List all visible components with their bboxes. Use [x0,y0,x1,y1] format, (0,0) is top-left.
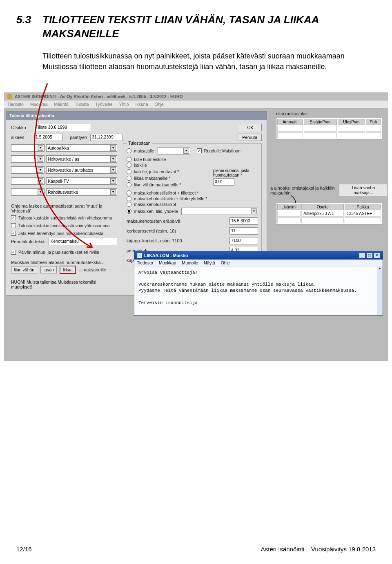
check-hei[interactable]: Jätä Hei!-tervehdys pois maksukehotukses… [11,231,117,236]
combo-value: Hoitovastike / autokatos [48,168,93,172]
lbl-epv: maksukehotusten eräpäivä [127,219,226,224]
radio-liikaa[interactable]: liikaa maksaneille * [127,176,210,181]
radio-vahan[interactable]: liian vähän maksaneille * [127,182,210,187]
radio-r8[interactable]: maksukehotustilisiirto + tiliote yhdelle… [127,196,258,201]
table-row[interactable] [277,132,381,138]
cancel-button[interactable]: Peruuta [238,134,262,141]
btn-tasan[interactable]: tasan [40,266,57,273]
radio-label: kaikille, jotka erottavat * [134,169,179,174]
notepad-scrollbar[interactable]: ▴ [377,266,383,315]
menu-item[interactable]: Tiedosto [7,102,24,107]
input-paattyen[interactable]: 31.12.2399 [90,134,123,141]
np-menu-item[interactable]: Tiedosto [137,260,153,265]
chevron-down-icon: ▾ [110,178,116,184]
combo-row[interactable]: Hoitovastike / as▾ [46,155,117,163]
input-otsikko[interactable]: Tiliote 30.6.1999 [34,124,91,131]
radio-erottavat[interactable]: kaikille, jotka erottavat * [127,169,210,174]
cell [277,211,301,217]
chevron-down-icon: ▾ [183,148,189,154]
menu-item[interactable]: Muokkaa [30,102,48,107]
radio-label: liian vähän maksaneille * [134,182,181,187]
np-line: Terveisin isännöitsijä [138,300,198,305]
radio-label: maksajalle [134,148,154,153]
radio-r7[interactable]: maksukehotustilisiirrot + tiliotteet * [127,190,258,195]
input-perintakulu[interactable]: Kehotusmaksu [49,238,117,245]
menu-item[interactable]: Ikkuna [136,102,148,107]
combo-left[interactable]: ▾ [11,177,45,185]
input-epv[interactable]: 15.5.3000 [229,217,258,225]
col: Ammatti [277,119,303,125]
combo-left[interactable]: ▾ [11,155,45,163]
menu-item[interactable]: Työvaihe [96,102,113,107]
lbl-korkotili: kirjanp. korkotili, esim. 7100 [127,238,226,243]
notepad-title: LIIKAA.LOM - Muistio [144,253,188,258]
footer-right: Asteri Isännöinti – Vuosipäivitys 19.8.2… [261,546,376,553]
radio-maksajalle[interactable]: maksajalle [127,148,154,153]
close-icon[interactable]: × [374,253,380,258]
np-menu-item[interactable]: Muokkaa [159,260,176,265]
radio-huoneisto[interactable]: tälle huoneistolle [127,157,258,162]
combo-left[interactable]: ▾ [11,166,45,174]
maksaja-combo[interactable]: ▾ [158,147,190,154]
combo-row[interactable]: Rahoitusvastike▾ [46,188,117,196]
yhdelle-combo[interactable]: ▾ [181,208,258,215]
ok-button[interactable]: OK [239,124,262,131]
chevron-down-icon: ▾ [110,156,116,162]
btn-liian-vahan[interactable]: liian vähän [11,266,37,273]
chevron-down-icon: ▾ [110,189,116,195]
combo-row[interactable]: Autopaikka▾ [46,144,117,152]
combo-left[interactable]: ▾ [11,144,45,152]
np-menu-item[interactable]: Näytä [204,260,215,265]
combo-left[interactable]: ▾ [11,188,45,196]
menu-item[interactable]: Yhtiö [119,102,129,107]
menu-item[interactable]: Ohje [154,102,163,107]
combo-row[interactable]: Hoitovastike / autokatos▾ [46,166,117,174]
label-otsikko: Otsikko [11,125,31,130]
label-alkaen: alkaen [11,135,31,140]
app-menubar[interactable]: Tiedosto Muokkaa Määritä Tulosta Työvaih… [4,101,388,108]
minimize-icon[interactable]: _ [359,253,365,258]
radio-label: liikaa maksaneille * [134,176,170,181]
app-titlebar: ASTERI ISÄNNÖINTI - As Oy Atsoftin Aster… [4,92,388,101]
radio-r9[interactable]: maksukehotustilisiirrot [127,202,258,207]
lbl-korko: korkoprosentti (esim. 10) [127,228,226,233]
maximize-icon[interactable]: □ [366,253,373,258]
np-menu-item[interactable]: Muotoile [182,260,198,265]
table-bottom: Lisänimi Osoite Paikka Asteripolku 3 A 1… [276,203,382,224]
btn-add-old-payer[interactable]: Lisää vanha maksaja... [339,184,388,196]
col: Osoite [301,204,344,210]
check-muistioon[interactable]: Ruudulle Muistioon [197,148,241,153]
table-row[interactable]: Asteripolku 3 A 1 12345 ASTEF [277,211,381,217]
col: SisäänPvm [304,119,337,125]
input-korko[interactable]: 11 [229,227,258,235]
input-pienin[interactable]: 0,01 [213,178,234,186]
right-midtext: a ainoaksi omistajaksi ja kaikkiin maksu… [270,186,340,195]
input-korkotili[interactable]: 7100 [229,237,258,244]
combo-row[interactable]: Kaapeli-TV▾ [46,177,117,185]
section-title-l1: TILIOTTEEN TEKSTIT LIIAN VÄHÄN, TASAN JA… [42,13,319,26]
table-row[interactable] [277,217,381,223]
menu-item[interactable]: Tulosta [75,102,89,107]
combo-value: Autopaikka [48,145,69,150]
chevron-down-icon: ▾ [38,156,43,162]
input-alkaen[interactable]: 1.5.2005 [34,134,62,141]
scroll-up-icon[interactable]: ▴ [377,266,383,272]
btn-liikaa[interactable]: liikaa [60,266,76,273]
radio-r10[interactable]: maksukeh. tilis. yhdelle [127,209,178,214]
table-row[interactable] [277,126,381,132]
notepad-menubar[interactable]: Tiedosto Muokkaa Muotoile Näytä Ohje [134,260,383,266]
notepad-body[interactable]: Arvoisa vastaanottaja! Vuokrareskontramm… [134,266,377,315]
radio-label: maksukehotustilisiirrot [134,202,176,207]
radio-kaikille[interactable]: kaikille [127,163,258,168]
np-menu-item[interactable]: Ohje [221,260,230,265]
chevron-down-icon: ▾ [38,167,43,173]
check-paivan[interactable]: Päivän miinus- ja plus-suoritukset eri r… [11,250,117,255]
check-label: Tulosta kustakin tavoiterivistä vain yht… [18,223,110,228]
check-label: Päivän miinus- ja plus-suoritukset eri r… [18,250,99,255]
col: Lisänimi [277,204,301,210]
check-tavoite[interactable]: Tulosta kustakin tavoiterivistä vain yht… [11,223,117,228]
check-label: Jätä Hei!-tervehdys pois maksukehotukses… [18,231,103,236]
menu-item[interactable]: Määritä [54,102,69,107]
check-suoritus[interactable]: Tulosta kustakin suoritusrivistä vain yh… [11,215,117,220]
section-number: 5.3 [16,13,42,27]
